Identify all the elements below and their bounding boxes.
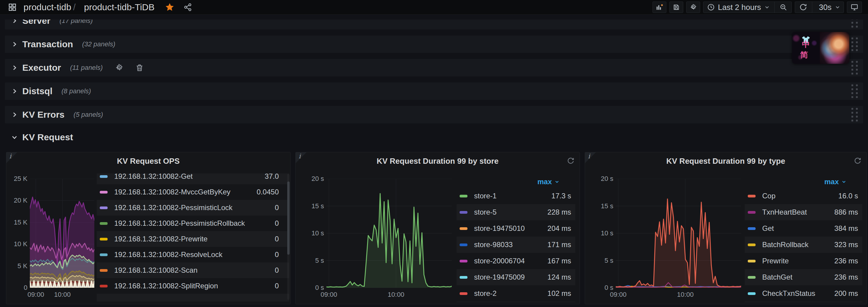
panel-refresh-icon[interactable]	[854, 157, 862, 165]
legend-series-value: 384 ms	[825, 224, 858, 233]
legend-item[interactable]: Get384 ms	[745, 220, 862, 237]
legend-series-swatch	[748, 243, 755, 246]
legend-item[interactable]: 192.168.1.32:10082-Scan0	[97, 263, 289, 278]
legend-item[interactable]: 192.168.1.32:10082-PessimisticRollback0	[97, 215, 289, 231]
drag-dot	[856, 69, 858, 71]
y-tick-label: 5 s	[604, 257, 613, 265]
legend-series-swatch	[100, 222, 107, 225]
row-kv-errors[interactable]: KV Errors (5 panels)	[5, 106, 863, 124]
apps-grid-icon[interactable]	[8, 3, 17, 12]
panel-title[interactable]: KV Request Duration 99 by store	[314, 157, 561, 166]
y-tick-label: 15 s	[311, 202, 324, 210]
dashboard-settings-button[interactable]	[686, 1, 700, 13]
row-panel-count: (8 panels)	[61, 87, 91, 95]
legend-item[interactable]: 192.168.1.32:10082-PessimisticLock0	[97, 200, 289, 215]
chevron-down-icon	[841, 179, 846, 184]
row-transaction[interactable]: Transaction (32 panels)	[5, 36, 863, 53]
x-axis: 09:0010:00	[616, 291, 741, 299]
legend-series-value: 16.0 s	[825, 192, 858, 200]
legend-item[interactable]: 192.168.1.32:10082-ResolveLock0	[97, 247, 289, 263]
panel-info-corner[interactable]	[585, 152, 596, 163]
row-drag-handle[interactable]	[851, 38, 858, 51]
info-icon: i	[588, 152, 590, 160]
legend-item[interactable]: Prewrite236 ms	[745, 253, 862, 269]
breadcrumb-dashboard[interactable]: product-tidb-TiDB	[84, 2, 155, 12]
y-tick-label: 10 K	[14, 240, 27, 248]
legend-series-value: 0	[246, 203, 279, 212]
y-tick-label: 20 s	[601, 175, 613, 183]
drag-dot	[851, 96, 853, 98]
drag-dot	[856, 92, 858, 94]
navbar-actions: Last 2 hours 30s	[652, 1, 862, 13]
legend-series-label: TxnHeartBeat	[762, 208, 825, 216]
legend-stat-header[interactable]: max	[457, 176, 575, 188]
row-drag-handle[interactable]	[851, 108, 858, 122]
row-delete-icon[interactable]	[135, 64, 144, 72]
y-tick-label: 5 K	[18, 262, 27, 270]
add-panel-button[interactable]	[652, 1, 666, 13]
legend-item[interactable]: CheckTxnStatus200 ms	[745, 285, 862, 302]
legend-item[interactable]: store-117.3 s	[457, 188, 575, 204]
legend-empty-row	[97, 294, 289, 302]
legend-series-value: 0	[246, 250, 279, 259]
legend-stat-header[interactable]: max	[745, 176, 862, 188]
share-icon[interactable]	[184, 3, 192, 11]
row-settings-icon[interactable]	[115, 64, 123, 72]
legend-item[interactable]: 192.168.1.32:10082-MvccGetByKey0.0450	[97, 184, 289, 200]
legend-item[interactable]: store-2102 ms	[457, 285, 575, 302]
legend-item[interactable]: Cop16.0 s	[745, 188, 862, 204]
legend-series-label: 192.168.1.32:10082-Scan	[114, 266, 246, 274]
row-distsql[interactable]: Distsql (8 panels)	[5, 82, 863, 100]
breadcrumb-folder[interactable]: product-tidb	[24, 2, 71, 12]
legend-item[interactable]: store-5228 ms	[457, 204, 575, 220]
legend-item[interactable]: store-19475010204 ms	[457, 220, 575, 237]
panel-kv-request-ops: i KV Request OPS 05 K10 K15 K20 K25 K 09…	[6, 152, 290, 304]
legend-item[interactable]: store-20006704167 ms	[457, 253, 575, 269]
legend-item[interactable]: BatchGet236 ms	[745, 269, 862, 285]
row-drag-handle[interactable]	[851, 84, 858, 98]
panel-info-corner[interactable]	[296, 152, 307, 163]
zoom-out-time-button[interactable]	[776, 3, 790, 11]
y-axis: 0 s5 s10 s15 s20 s	[592, 179, 613, 288]
legend-item[interactable]: 192.168.1.32:10082-Get37.0	[97, 173, 289, 184]
legend-item[interactable]: 192.168.1.32:10082-Prewrite0	[97, 231, 289, 247]
chevron-right-icon	[11, 41, 18, 48]
legend-series-label: Get	[762, 224, 825, 233]
refresh-dashboard-button[interactable]	[796, 3, 810, 11]
drag-dot	[856, 38, 858, 39]
row-executor[interactable]: Executor (11 panels)	[5, 59, 863, 76]
legend-item[interactable]: BatchRollback323 ms	[745, 237, 862, 253]
x-tick-label: 10:00	[54, 291, 71, 299]
legend-series-value: 236 ms	[825, 257, 858, 265]
clock-icon	[707, 3, 715, 11]
refresh-interval-label: 30s	[819, 3, 832, 12]
translate-extension-badge[interactable]: 中 简	[792, 32, 849, 64]
legend-empty-row	[457, 302, 575, 302]
favorite-star-icon[interactable]	[165, 2, 175, 12]
row-kv-request-expanded[interactable]: KV Request	[5, 129, 863, 145]
panel-refresh-icon[interactable]	[567, 157, 575, 165]
chevron-down-icon	[764, 4, 770, 10]
row-drag-handle[interactable]	[851, 61, 858, 75]
translate-toggle[interactable]: 中 简	[792, 32, 820, 64]
legend-series-label: 192.168.1.32:10082-Prewrite	[114, 235, 246, 243]
time-range-picker[interactable]: Last 2 hours	[705, 3, 772, 12]
legend-item[interactable]: store-19475009124 ms	[457, 269, 575, 285]
chevron-down-icon	[11, 134, 18, 141]
refresh-icon	[799, 3, 807, 11]
legend: max store-117.3 sstore-5228 msstore-1947…	[457, 176, 575, 302]
info-icon: i	[299, 152, 301, 160]
nebula-image	[820, 32, 849, 64]
legend-scrollbar[interactable]	[287, 174, 290, 300]
panel-title[interactable]: KV Request Duration 99 by type	[603, 157, 848, 166]
panel-info-corner[interactable]	[6, 152, 17, 163]
y-tick-label: 20 K	[14, 197, 27, 204]
save-dashboard-button[interactable]	[670, 1, 683, 13]
refresh-interval-picker[interactable]: 30s	[814, 3, 842, 12]
panel-title[interactable]: KV Request OPS	[24, 157, 272, 166]
legend-item[interactable]: TxnHeartBeat886 ms	[745, 204, 862, 220]
legend-series-value: 0.0450	[246, 188, 279, 196]
tv-mode-button[interactable]	[847, 1, 862, 13]
legend-item[interactable]: store-98033171 ms	[457, 237, 575, 253]
legend-item[interactable]: 192.168.1.32:10082-SplitRegion0	[97, 278, 289, 294]
